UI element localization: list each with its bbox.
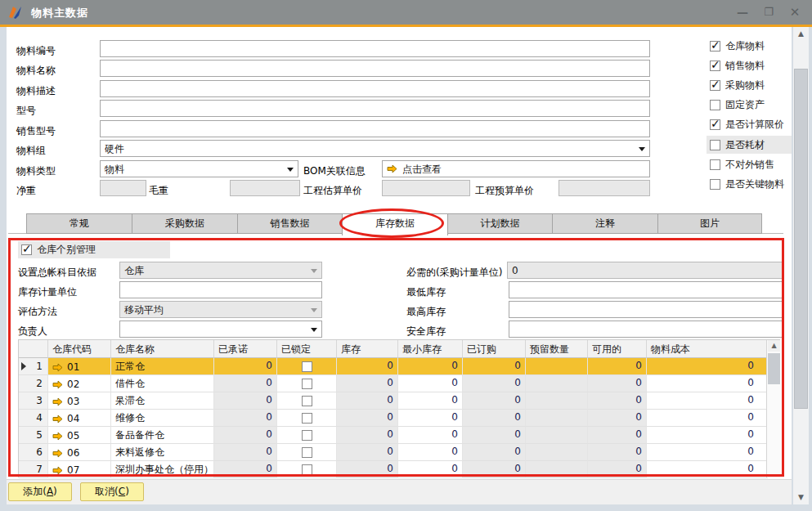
scroll-up-icon[interactable]: ▲ bbox=[794, 27, 808, 41]
item-group-dropdown[interactable]: 硬件 bbox=[100, 140, 650, 157]
checkbox-row-sales-item[interactable]: 销售物料 bbox=[710, 57, 765, 74]
col-header-committed[interactable]: 已承诺 bbox=[214, 340, 277, 358]
warehouse-name-cell[interactable]: 维修仓 bbox=[111, 410, 214, 427]
row-selector-cell[interactable]: 5 bbox=[19, 427, 48, 444]
warehouse-code-cell[interactable]: 01 bbox=[48, 358, 111, 375]
checkbox-row-fixed-asset[interactable]: 固定资产 bbox=[710, 96, 765, 113]
warehouse-name-cell[interactable]: 备品备件仓 bbox=[111, 427, 214, 444]
warehouse-code-cell[interactable]: 07 bbox=[48, 461, 111, 478]
cost-cell[interactable]: 0 bbox=[647, 461, 768, 478]
safety-inventory-input[interactable] bbox=[509, 320, 783, 338]
table-scrollbar-thumb[interactable] bbox=[768, 353, 780, 384]
locked-checkbox[interactable] bbox=[302, 447, 312, 458]
item-no-input[interactable] bbox=[100, 40, 650, 57]
cost-cell[interactable]: 0 bbox=[647, 375, 768, 392]
inventory-uom-input[interactable] bbox=[119, 281, 322, 298]
item-type-dropdown[interactable]: 物料 bbox=[100, 160, 298, 177]
row-selector-cell[interactable]: 4 bbox=[19, 410, 48, 427]
checkbox-row-purchase-item[interactable]: 采购物料 bbox=[710, 77, 765, 93]
minimize-button[interactable]: — bbox=[733, 4, 752, 20]
scroll-down-icon[interactable]: ▼ bbox=[794, 491, 808, 504]
row-selector-cell[interactable]: 6 bbox=[19, 444, 48, 461]
locked-cell[interactable] bbox=[277, 410, 337, 427]
tab-purchase[interactable]: 采购数据 bbox=[132, 213, 238, 234]
gl-account-dropdown[interactable]: 仓库 bbox=[119, 262, 322, 279]
window-scrollbar-thumb[interactable] bbox=[794, 69, 808, 409]
col-header-reserved[interactable]: 预留数量 bbox=[526, 340, 588, 358]
warehouse-name-cell[interactable]: 借件仓 bbox=[111, 375, 214, 392]
warehouse-code-cell[interactable]: 04 bbox=[48, 410, 111, 427]
sales-item-checkbox[interactable] bbox=[710, 61, 720, 71]
orange-arrow-icon[interactable] bbox=[52, 380, 63, 389]
warehouse-code-cell[interactable]: 03 bbox=[48, 392, 111, 410]
checkbox-row-price-limit[interactable]: 是否计算限价 bbox=[710, 116, 784, 132]
min-stock-cell[interactable]: 0 bbox=[398, 375, 463, 392]
cost-cell[interactable]: 0 bbox=[647, 444, 768, 461]
row-selector-cell[interactable]: 2 bbox=[19, 375, 48, 392]
locked-cell[interactable] bbox=[277, 427, 337, 444]
locked-cell[interactable] bbox=[277, 461, 337, 478]
cost-cell[interactable]: 0 bbox=[647, 392, 768, 410]
key-item-checkbox[interactable] bbox=[710, 179, 720, 190]
checkbox-row-consumable[interactable]: 是否耗材 bbox=[710, 137, 765, 153]
table-row[interactable]: 6 06 来料返修仓 0 0 0 0 0 0 bbox=[19, 444, 780, 461]
valuation-method-dropdown[interactable]: 移动平均 bbox=[119, 301, 322, 318]
col-header-cost[interactable]: 物料成本 bbox=[647, 340, 768, 358]
cost-cell[interactable]: 0 bbox=[647, 358, 768, 375]
price-limit-checkbox[interactable] bbox=[710, 119, 720, 130]
row-selector-cell[interactable]: 7 bbox=[19, 461, 48, 478]
cost-cell[interactable]: 0 bbox=[647, 410, 768, 427]
min-stock-cell[interactable]: 0 bbox=[398, 410, 463, 427]
locked-cell[interactable] bbox=[277, 444, 337, 461]
checkbox-row-key-item[interactable]: 是否关键物料 bbox=[710, 176, 784, 192]
row-selector-cell[interactable]: 3 bbox=[19, 392, 48, 410]
checkbox-row-warehouse-item[interactable]: 仓库物料 bbox=[710, 38, 765, 54]
table-row[interactable]: 2 02 借件仓 0 0 0 0 0 0 bbox=[19, 375, 780, 392]
table-row[interactable]: 4 04 维修仓 0 0 0 0 0 0 bbox=[19, 410, 780, 427]
maximize-button[interactable]: ❐ bbox=[759, 4, 778, 20]
warehouse-name-cell[interactable]: 深圳办事处仓（停用） bbox=[111, 461, 214, 478]
warehouse-name-cell[interactable]: 正常仓 bbox=[111, 358, 214, 375]
col-header-stock[interactable]: 库存 bbox=[337, 340, 398, 358]
sales-model-input[interactable] bbox=[100, 120, 650, 137]
model-input[interactable] bbox=[100, 100, 650, 117]
col-header-minstock[interactable]: 最小库存 bbox=[398, 340, 463, 358]
manage-by-warehouse-row[interactable]: 仓库个别管理 bbox=[21, 241, 96, 258]
tab-planning[interactable]: 计划数据 bbox=[447, 213, 553, 234]
owner-dropdown[interactable] bbox=[119, 320, 322, 338]
bom-view-link[interactable]: 点击查看 bbox=[382, 160, 650, 177]
table-row[interactable]: 5 05 备品备件仓 0 0 0 0 0 0 bbox=[19, 427, 780, 444]
min-inventory-input[interactable] bbox=[509, 281, 783, 298]
min-stock-cell[interactable]: 0 bbox=[398, 444, 463, 461]
table-scrollbar[interactable]: ▲ bbox=[766, 340, 780, 477]
locked-cell[interactable] bbox=[277, 358, 337, 375]
warehouse-name-cell[interactable]: 来料返修仓 bbox=[111, 444, 214, 461]
tab-picture[interactable]: 图片 bbox=[657, 213, 762, 234]
col-header-locked[interactable]: 已锁定 bbox=[277, 340, 337, 358]
tab-inventory[interactable]: 库存数据 bbox=[342, 213, 448, 235]
table-row[interactable]: 1 01 正常仓 0 0 0 0 0 0 bbox=[19, 358, 780, 375]
orange-arrow-icon[interactable] bbox=[52, 397, 63, 406]
cancel-button[interactable]: 取消(C) bbox=[80, 482, 144, 501]
locked-checkbox[interactable] bbox=[302, 413, 312, 424]
min-stock-cell[interactable]: 0 bbox=[398, 427, 463, 444]
net-weight-input[interactable] bbox=[100, 180, 146, 196]
orange-arrow-icon[interactable] bbox=[52, 432, 63, 441]
warehouse-name-cell[interactable]: 呆滞仓 bbox=[111, 392, 214, 410]
add-button[interactable]: 添加(A) bbox=[8, 482, 72, 501]
locked-cell[interactable] bbox=[277, 392, 337, 410]
orange-arrow-icon[interactable] bbox=[52, 415, 63, 424]
locked-checkbox[interactable] bbox=[302, 464, 312, 475]
close-button[interactable]: ✕ bbox=[785, 4, 805, 20]
warehouse-code-cell[interactable]: 06 bbox=[48, 444, 111, 461]
warehouse-item-checkbox[interactable] bbox=[710, 41, 720, 52]
tab-sales[interactable]: 销售数据 bbox=[237, 213, 343, 234]
manage-by-warehouse-checkbox[interactable] bbox=[21, 244, 32, 255]
fixed-asset-checkbox[interactable] bbox=[710, 100, 720, 110]
no-external-sale-checkbox[interactable] bbox=[710, 159, 720, 170]
orange-arrow-icon[interactable] bbox=[52, 449, 63, 458]
chevron-down-icon[interactable] bbox=[311, 328, 317, 332]
max-inventory-input[interactable] bbox=[509, 301, 783, 318]
chevron-down-icon[interactable] bbox=[639, 147, 645, 151]
budget-price-input[interactable] bbox=[559, 180, 650, 196]
